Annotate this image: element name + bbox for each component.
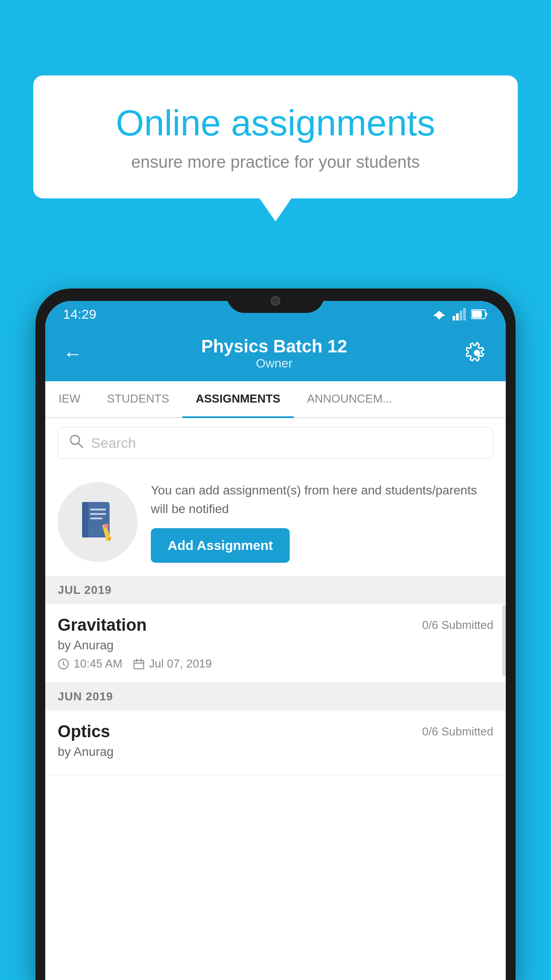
svg-rect-21 — [134, 660, 144, 669]
status-icons — [431, 308, 488, 320]
section-jun-2019: JUN 2019 — [45, 683, 506, 711]
tab-assignments[interactable]: ASSIGNMENTS — [182, 381, 294, 418]
speech-bubble-subtitle: ensure more practice for your students — [64, 153, 487, 172]
tab-bar: IEW STUDENTS ASSIGNMENTS ANNOUNCEM... — [45, 381, 506, 418]
tab-announcements[interactable]: ANNOUNCEM... — [294, 381, 405, 417]
status-time: 14:29 — [63, 307, 96, 322]
speech-bubble: Online assignments ensure more practice … — [33, 75, 518, 198]
speech-bubble-title: Online assignments — [64, 102, 487, 144]
promo-description: You can add assignment(s) from here and … — [151, 481, 493, 518]
assignment-author-gravitation: by Anurag — [58, 638, 493, 652]
search-icon — [69, 434, 84, 452]
assignment-header-optics: Optics 0/6 Submitted — [58, 722, 493, 741]
search-container: Search — [45, 418, 506, 468]
svg-rect-7 — [472, 311, 482, 318]
promo-icon-circle — [58, 482, 138, 562]
svg-rect-12 — [90, 509, 106, 510]
phone-notch — [227, 288, 324, 313]
speech-bubble-container: Online assignments ensure more practice … — [33, 75, 518, 198]
assignment-item-gravitation[interactable]: Gravitation 0/6 Submitted by Anurag 10:4… — [45, 604, 506, 683]
svg-rect-13 — [90, 513, 106, 515]
assignment-date-gravitation: Jul 07, 2019 — [133, 657, 212, 671]
assignment-title-gravitation: Gravitation — [58, 616, 147, 635]
phone-camera — [271, 296, 280, 306]
assignment-meta-gravitation: 10:45 AM Jul 07, 2019 — [58, 657, 493, 671]
assignment-submitted-gravitation: 0/6 Submitted — [422, 618, 493, 632]
batch-title: Physics Batch 12 — [201, 336, 347, 356]
wifi-icon — [431, 308, 447, 320]
tab-iew[interactable]: IEW — [45, 381, 94, 417]
svg-rect-14 — [90, 518, 102, 519]
app-header: ← Physics Batch 12 Owner — [45, 328, 506, 381]
svg-rect-6 — [485, 312, 487, 316]
search-placeholder: Search — [91, 435, 136, 451]
notebook-icon — [78, 500, 118, 544]
svg-rect-11 — [82, 502, 88, 537]
phone-screen: 14:29 — [45, 301, 506, 980]
assignment-item-optics[interactable]: Optics 0/6 Submitted by Anurag — [45, 711, 506, 775]
header-title-block: Physics Batch 12 Owner — [201, 336, 347, 371]
svg-marker-0 — [433, 311, 445, 320]
svg-rect-4 — [463, 308, 466, 320]
section-jul-2019: JUL 2019 — [45, 576, 506, 604]
promo-text-block: You can add assignment(s) from here and … — [151, 481, 493, 563]
svg-rect-3 — [460, 311, 462, 320]
tab-students[interactable]: STUDENTS — [94, 381, 182, 417]
svg-line-20 — [63, 664, 66, 666]
batch-subtitle: Owner — [201, 356, 347, 371]
assignment-author-optics: by Anurag — [58, 745, 493, 759]
back-button[interactable]: ← — [63, 343, 83, 365]
battery-icon — [471, 309, 488, 320]
svg-rect-2 — [456, 313, 459, 320]
assignment-header-gravitation: Gravitation 0/6 Submitted — [58, 616, 493, 635]
svg-rect-1 — [453, 316, 455, 320]
signal-icon — [453, 308, 466, 320]
assignment-title-optics: Optics — [58, 722, 110, 741]
svg-line-9 — [79, 443, 83, 447]
search-bar[interactable]: Search — [58, 427, 493, 459]
assignment-submitted-optics: 0/6 Submitted — [422, 725, 493, 739]
assignment-time-gravitation: 10:45 AM — [58, 657, 122, 671]
promo-block: You can add assignment(s) from here and … — [45, 468, 506, 576]
add-assignment-button[interactable]: Add Assignment — [151, 528, 290, 563]
settings-button[interactable] — [466, 342, 488, 366]
phone-frame: 14:29 — [35, 288, 516, 980]
scrollbar-indicator — [502, 605, 506, 676]
